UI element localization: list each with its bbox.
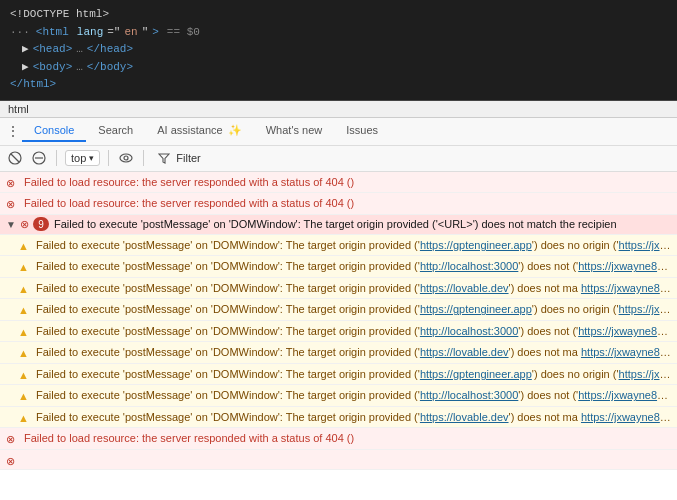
message-text-1: Failed to load resource: the server resp… xyxy=(24,174,671,191)
tab-search[interactable]: Search xyxy=(86,120,145,142)
console-toolbar: top ▾ Filter xyxy=(0,146,677,172)
warning-9: ▲ Failed to execute 'postMessage' on 'DO… xyxy=(0,407,677,429)
source-line-doctype: <!DOCTYPE html> xyxy=(10,6,667,24)
svg-point-4 xyxy=(120,154,132,162)
warning-icon-9: ▲ xyxy=(18,410,29,427)
tab-ai-assistance[interactable]: AI assistance ✨ xyxy=(145,120,253,143)
warning-icon-2: ▲ xyxy=(18,259,29,276)
filter-button[interactable]: Filter xyxy=(152,151,206,165)
warning-text-7: Failed to execute 'postMessage' on 'DOMW… xyxy=(36,366,671,383)
source-line-html-close: </html> xyxy=(10,76,667,94)
count-badge: 9 xyxy=(33,217,49,231)
no-entry-button[interactable] xyxy=(30,149,48,167)
warning-7: ▲ Failed to execute 'postMessage' on 'DO… xyxy=(0,364,677,386)
clear-console-button[interactable] xyxy=(6,149,24,167)
tab-whats-new[interactable]: What's new xyxy=(254,120,335,142)
source-line-body[interactable]: ▶ <body> … </body> xyxy=(10,59,667,77)
warning-text-3: Failed to execute 'postMessage' on 'DOMW… xyxy=(36,280,671,297)
warning-text-5: Failed to execute 'postMessage' on 'DOMW… xyxy=(36,323,671,340)
tabs-bar: ⋮ Console Search AI assistance ✨ What's … xyxy=(0,118,677,146)
warning-icon-7: ▲ xyxy=(18,367,29,384)
svg-point-5 xyxy=(124,156,128,160)
warning-6: ▲ Failed to execute 'postMessage' on 'DO… xyxy=(0,342,677,364)
warning-8: ▲ Failed to execute 'postMessage' on 'DO… xyxy=(0,385,677,407)
console-messages[interactable]: ⊗ Failed to load resource: the server re… xyxy=(0,172,677,500)
message-promise-error: ⊗ Failed to load resource: the server re… xyxy=(0,428,677,450)
source-panel: <!DOCTYPE html> ··· <html lang =" en " >… xyxy=(0,0,677,101)
warning-icon-4: ▲ xyxy=(18,302,29,319)
warning-2: ▲ Failed to execute 'postMessage' on 'DO… xyxy=(0,256,677,278)
message-404-1: ⊗ Failed to load resource: the server re… xyxy=(0,172,677,194)
message-404-2: ⊗ Failed to load resource: the server re… xyxy=(0,193,677,215)
source-line-head[interactable]: ▶ <head> … </head> xyxy=(10,41,667,59)
warning-icon-6: ▲ xyxy=(18,345,29,362)
toolbar-divider-2 xyxy=(108,150,109,166)
message-text-2: Failed to load resource: the server resp… xyxy=(24,195,671,212)
error-icon-final: ⊗ xyxy=(6,453,15,470)
svg-line-1 xyxy=(11,154,19,162)
warning-4: ▲ Failed to execute 'postMessage' on 'DO… xyxy=(0,299,677,321)
tab-issues[interactable]: Issues xyxy=(334,120,390,142)
warning-1: ▲ Failed to execute 'postMessage' on 'DO… xyxy=(0,235,677,257)
warning-icon-8: ▲ xyxy=(18,388,29,405)
message-text-promise: Failed to load resource: the server resp… xyxy=(24,430,671,447)
warning-3: ▲ Failed to execute 'postMessage' on 'DO… xyxy=(0,278,677,300)
warning-icon-1: ▲ xyxy=(18,238,29,255)
devtools-panel: html ⋮ Console Search AI assistance ✨ Wh… xyxy=(0,101,677,500)
warning-text-8: Failed to execute 'postMessage' on 'DOMW… xyxy=(36,387,671,404)
group-message-text: Failed to execute 'postMessage' on 'DOMW… xyxy=(54,218,671,230)
error-icon-group: ⊗ xyxy=(20,218,29,231)
error-icon-2: ⊗ xyxy=(6,196,15,213)
warning-text-2: Failed to execute 'postMessage' on 'DOMW… xyxy=(36,258,671,275)
chevron-down-icon: ▾ xyxy=(89,153,94,163)
panel-label: html xyxy=(0,101,677,118)
toolbar-divider-3 xyxy=(143,150,144,166)
warning-text-6: Failed to execute 'postMessage' on 'DOMW… xyxy=(36,344,671,361)
warning-text-9: Failed to execute 'postMessage' on 'DOMW… xyxy=(36,409,671,426)
error-icon-1: ⊗ xyxy=(6,175,15,192)
warning-icon-5: ▲ xyxy=(18,324,29,341)
tab-console[interactable]: Console xyxy=(22,120,86,142)
warning-icon-3: ▲ xyxy=(18,281,29,298)
source-line-html: ··· <html lang =" en " > == $0 xyxy=(10,24,667,42)
error-group-header[interactable]: ▼ ⊗ 9 Failed to execute 'postMessage' on… xyxy=(0,215,677,235)
error-icon-promise: ⊗ xyxy=(6,431,15,448)
message-404-final: ⊗ xyxy=(0,450,677,470)
eye-button[interactable] xyxy=(117,149,135,167)
warning-text-1: Failed to execute 'postMessage' on 'DOMW… xyxy=(36,237,671,254)
warning-5: ▲ Failed to execute 'postMessage' on 'DO… xyxy=(0,321,677,343)
level-select[interactable]: top ▾ xyxy=(65,150,100,166)
expand-arrow[interactable]: ▼ xyxy=(6,219,16,230)
warning-text-4: Failed to execute 'postMessage' on 'DOMW… xyxy=(36,301,671,318)
tab-menu-icon[interactable]: ⋮ xyxy=(4,122,22,140)
toolbar-divider-1 xyxy=(56,150,57,166)
